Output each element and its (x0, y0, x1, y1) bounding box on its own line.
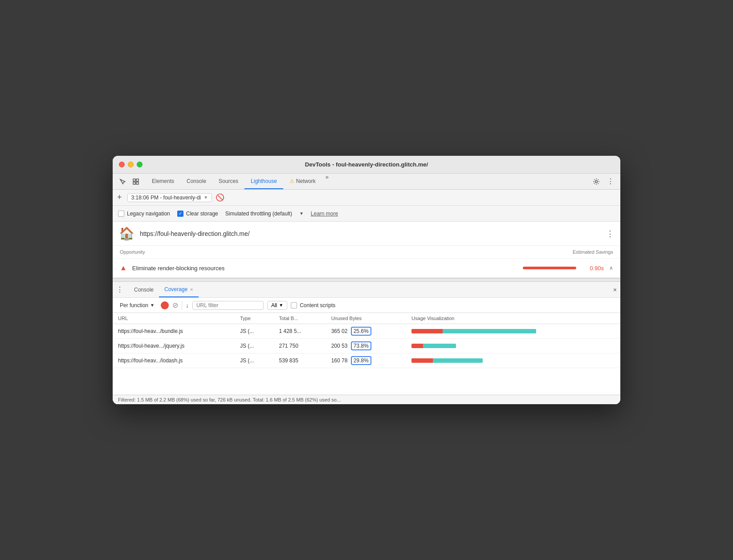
estimated-savings-label: Estimated Savings (573, 249, 613, 255)
cell-type: JS (... (235, 353, 274, 368)
opportunity-bar (523, 267, 576, 269)
throttling-label: Simulated throttling (default) (225, 211, 292, 217)
coverage-tabs-bar: ⋮ Console Coverage × × (113, 282, 620, 298)
download-button[interactable]: ↓ (186, 302, 189, 309)
coverage-tab-label: Coverage (164, 286, 187, 292)
col-url: URL (113, 313, 235, 324)
minimize-button[interactable] (128, 162, 134, 167)
opportunity-label: Opportunity (120, 249, 145, 255)
legacy-nav-checkbox-box[interactable] (118, 211, 124, 217)
panel-close-icon[interactable]: × (613, 286, 617, 293)
cursor-icon[interactable] (116, 175, 129, 188)
coverage-more-icon[interactable]: ⋮ (116, 285, 123, 294)
clear-storage-label: Clear storage (186, 211, 218, 217)
options-row: Legacy navigation ✓ Clear storage Simula… (113, 206, 620, 222)
coverage-panel: ⋮ Console Coverage × × Per function ▼ ⊘ … (113, 282, 620, 404)
lighthouse-url-bar: 🏠 https://foul-heavenly-direction.glitch… (113, 222, 620, 246)
legacy-nav-label: Legacy navigation (127, 211, 170, 217)
cell-total: 271 750 (274, 339, 326, 353)
svg-rect-2 (133, 182, 135, 184)
tab-lighthouse[interactable]: Lighthouse (244, 174, 283, 189)
traffic-lights (119, 162, 143, 167)
per-function-label: Per function (120, 302, 148, 308)
cell-total: 1 428 5... (274, 324, 326, 339)
col-unused: Unused Bytes (326, 313, 406, 324)
table-row[interactable]: https://foul-heav.../lodash.jsJS (...539… (113, 353, 620, 368)
clear-storage-checkbox-box[interactable]: ✓ (177, 211, 183, 217)
all-label: All (271, 302, 277, 308)
content-scripts-checkbox[interactable]: Content scripts (291, 302, 335, 308)
record-button[interactable] (161, 301, 169, 309)
toolbar-divider (182, 301, 182, 310)
content-scripts-checkbox-box[interactable] (291, 302, 297, 308)
maximize-button[interactable] (137, 162, 143, 167)
network-warning-icon: ⚠ (289, 178, 294, 184)
lighthouse-more-icon[interactable]: ⋮ (606, 229, 614, 239)
opportunity-savings: 0.90s (582, 265, 604, 272)
title-bar: DevTools - foul-heavenly-direction.glitc… (113, 156, 620, 174)
col-visualization: Usage Visualization (406, 313, 620, 324)
cell-unused: 160 78 29.8% (326, 353, 406, 368)
svg-point-4 (595, 180, 598, 183)
url-filter-input[interactable] (192, 301, 264, 310)
tab-elements[interactable]: Elements (146, 174, 180, 189)
tab-console-coverage[interactable]: Console (129, 282, 159, 297)
window-title: DevTools - foul-heavenly-direction.glitc… (305, 161, 428, 168)
url-bar[interactable]: 3:18:06 PM - foul-heavenly-di ▼ (127, 193, 212, 202)
cell-visualization (406, 339, 620, 353)
cell-unused: 200 53 73.8% (326, 339, 406, 353)
status-bar: Filtered: 1.5 MB of 2.2 MB (68%) used so… (113, 395, 620, 404)
per-function-dropdown-icon: ▼ (150, 303, 155, 308)
svg-rect-0 (133, 179, 135, 181)
cell-type: JS (... (235, 324, 274, 339)
inspect-icon[interactable] (130, 175, 142, 188)
devtools-window: DevTools - foul-heavenly-direction.glitc… (113, 156, 620, 404)
tab-coverage[interactable]: Coverage × (159, 282, 198, 297)
cell-type: JS (... (235, 339, 274, 353)
opportunity-expand-icon[interactable]: ∧ (609, 265, 613, 271)
no-entry-icon[interactable]: 🚫 (216, 193, 224, 202)
tab-list: Elements Console Sources Lighthouse ⚠ Ne… (146, 174, 588, 189)
col-total: Total B... (274, 313, 326, 324)
all-dropdown-arrow-icon: ▼ (279, 303, 283, 308)
all-dropdown[interactable]: All ▼ (267, 301, 287, 310)
opportunity-warning-icon: ▲ (120, 264, 127, 272)
status-text: Filtered: 1.5 MB of 2.2 MB (68%) used so… (118, 397, 341, 402)
content-scripts-label: Content scripts (300, 302, 335, 308)
tab-sources[interactable]: Sources (212, 174, 244, 189)
opportunity-row-label: Eliminate render-blocking resources (132, 265, 517, 272)
toolbar-row: + 3:18:06 PM - foul-heavenly-di ▼ 🚫 (113, 190, 620, 206)
table-header-row: URL Type Total B... Unused Bytes Usage V… (113, 313, 620, 324)
col-type: Type (235, 313, 274, 324)
table-row[interactable]: https://foul-heav.../bundle.jsJS (...1 4… (113, 324, 620, 339)
lighthouse-panel: 🏠 https://foul-heavenly-direction.glitch… (113, 222, 620, 278)
settings-icon[interactable] (590, 175, 603, 188)
add-tab-icon[interactable]: + (117, 193, 122, 202)
pct-highlight: 29.8% (351, 356, 371, 365)
clear-storage-checkbox[interactable]: ✓ Clear storage (177, 211, 218, 217)
more-options-icon[interactable]: ⋮ (604, 175, 617, 188)
section-divider (113, 278, 620, 282)
coverage-toolbar: Per function ▼ ⊘ ↓ All ▼ Content scripts (113, 298, 620, 313)
cell-url: https://foul-heav.../bundle.js (113, 324, 235, 339)
devtools-right-icons: ⋮ (590, 175, 617, 188)
pct-highlight: 25.6% (351, 327, 371, 336)
tab-console[interactable]: Console (180, 174, 212, 189)
lighthouse-icon: 🏠 (119, 226, 134, 241)
cell-url: https://foul-heav.../lodash.js (113, 353, 235, 368)
learn-more-link[interactable]: Learn more (311, 211, 338, 217)
throttling-dropdown-arrow-icon[interactable]: ▼ (299, 211, 304, 216)
empty-rows (113, 368, 620, 395)
legacy-nav-checkbox[interactable]: Legacy navigation (118, 211, 170, 217)
cell-visualization (406, 324, 620, 339)
more-tabs-button[interactable]: » (322, 174, 332, 189)
per-function-button[interactable]: Per function ▼ (117, 301, 157, 309)
clear-button[interactable]: ⊘ (172, 301, 178, 309)
close-button[interactable] (119, 162, 125, 167)
table-row[interactable]: https://foul-heave.../jquery.jsJS (...27… (113, 339, 620, 353)
dropdown-arrow-icon: ▼ (204, 195, 208, 200)
opportunity-row[interactable]: ▲ Eliminate render-blocking resources 0.… (113, 259, 620, 278)
tab-network[interactable]: ⚠ Network (283, 174, 322, 189)
coverage-tab-close-icon[interactable]: × (190, 287, 193, 292)
lighthouse-url: https://foul-heavenly-direction.glitch.m… (140, 230, 601, 237)
